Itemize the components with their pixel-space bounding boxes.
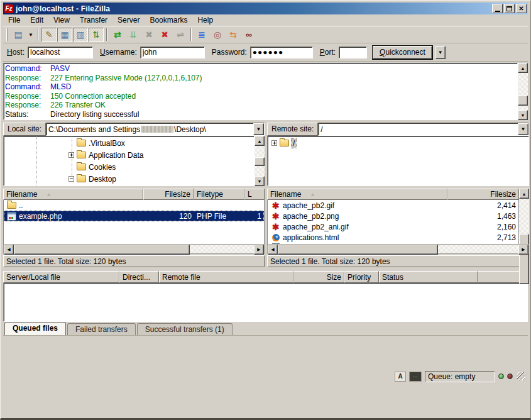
column-header-server-local-file[interactable]: Server/Local file (3, 271, 119, 283)
tree-item-desktop[interactable]: Desktop (4, 173, 254, 185)
menu-transfer[interactable]: Transfer (75, 15, 112, 25)
expand-plus-icon[interactable] (68, 152, 74, 158)
file-row[interactable]: applications.html2,713 (268, 232, 518, 243)
toggle-remote-tree-button[interactable]: ▥ (73, 28, 88, 42)
remote-file-list[interactable]: apache_pb2.gif2,414 apache_pb2.png1,463 … (267, 200, 519, 244)
toggle-message-log-button[interactable]: ✎ (41, 28, 57, 42)
scroll-up-icon[interactable]: ▲ (255, 136, 265, 146)
column-header-status[interactable]: Status (379, 271, 478, 283)
column-header-filename[interactable]: Filename▵ (267, 189, 447, 200)
password-input[interactable] (250, 47, 313, 58)
disconnect-icon: ✖ (161, 30, 168, 40)
local-site-dropdown[interactable]: ▼ (253, 123, 264, 135)
file-row[interactable]: apache_pb2.png1,463 (268, 211, 518, 221)
scrollbar-thumb[interactable] (255, 157, 265, 166)
local-list-hscrollbar[interactable]: ◀ ▶ (3, 244, 265, 254)
host-input[interactable] (28, 47, 93, 58)
file-row-parent-dir[interactable]: .. (4, 200, 264, 211)
queue-body[interactable] (3, 283, 528, 322)
filetype: PHP File (194, 211, 245, 221)
disconnect-button[interactable]: ✖ (157, 28, 172, 42)
tree-item-virtualbox[interactable]: .VirtualBox (4, 137, 254, 149)
menu-view[interactable]: View (48, 15, 75, 25)
maximize-button[interactable] (504, 4, 515, 13)
menu-bookmarks[interactable]: Bookmarks (145, 15, 192, 25)
column-header-remote-file[interactable]: Remote file (159, 271, 293, 283)
quickconnect-dropdown[interactable]: ▼ (435, 46, 446, 59)
scroll-right-icon[interactable]: ▶ (518, 245, 528, 255)
find-files-button[interactable]: ∞ (241, 28, 256, 42)
maximize-icon (506, 6, 512, 11)
minimize-button[interactable] (492, 4, 503, 13)
file-row[interactable]: apache_pb2.gif2,414 (268, 200, 518, 211)
scroll-right-icon[interactable]: ▶ (254, 245, 264, 255)
message-log[interactable]: Command:PASV Response:227 Entering Passi… (3, 63, 518, 120)
close-button[interactable]: ✕ (516, 4, 527, 13)
remote-list-scrollbar[interactable]: ▲ ▼ (519, 189, 529, 244)
tree-item-root[interactable]: / (268, 137, 528, 149)
scroll-up-icon[interactable]: ▲ (519, 189, 529, 199)
local-directory-tree[interactable]: .VirtualBox Application Data Cookies Des… (3, 136, 255, 186)
directory-comparison-button[interactable]: ◎ (210, 28, 225, 42)
directory-filters-button[interactable]: ≣ (194, 28, 209, 42)
port-input[interactable] (339, 47, 367, 58)
scrollbar-thumb[interactable] (519, 234, 529, 284)
column-header-last-modified[interactable]: L (244, 189, 265, 200)
remote-site-dropdown[interactable]: ▼ (518, 123, 528, 135)
scrollbar-thumb[interactable] (278, 245, 438, 255)
log-line: Response:226 Transfer OK (5, 101, 516, 110)
refresh-button[interactable]: ⇄ (110, 28, 125, 42)
file-row[interactable]: apache_pb2_ani.gif2,160 (268, 221, 518, 232)
menu-help[interactable]: Help (192, 15, 218, 25)
toolbar-grip[interactable] (6, 28, 8, 41)
file-row-example-php[interactable]: example.php 120 PHP File 1 (4, 211, 264, 221)
scroll-down-icon[interactable]: ▼ (518, 110, 528, 120)
username-input[interactable] (140, 47, 205, 58)
scrollbar-thumb[interactable] (14, 245, 190, 255)
column-header-filesize[interactable]: Filesize (447, 189, 519, 200)
tree-item-cookies[interactable]: Cookies (4, 161, 254, 173)
tab-queued-files[interactable]: Queued files (4, 322, 66, 335)
status-bar: A ··· Queue: empty (3, 336, 528, 418)
scroll-down-icon[interactable]: ▼ (255, 176, 265, 186)
scroll-left-icon[interactable]: ◀ (268, 245, 278, 255)
column-header-priority[interactable]: Priority (344, 271, 379, 283)
site-manager-button[interactable]: ▤ (11, 28, 26, 42)
tab-failed-transfers[interactable]: Failed transfers (67, 323, 136, 335)
local-site-combo[interactable]: C:\Documents and Settings\Desktop\ ▼ (46, 123, 265, 136)
last-modified: 1 (245, 211, 264, 221)
reconnect-button[interactable]: ⇌ (173, 28, 188, 42)
scroll-left-icon[interactable]: ◀ (4, 245, 14, 255)
collapse-minus-icon[interactable] (68, 176, 74, 182)
tab-successful-transfers[interactable]: Successful transfers (1) (137, 323, 233, 335)
menu-file[interactable]: File (3, 15, 25, 25)
local-path-prefix: C:\Documents and Settings (48, 125, 140, 134)
toggle-queue-button[interactable]: ⇅ (89, 28, 104, 42)
remote-directory-tree[interactable]: / (267, 136, 529, 186)
local-file-list[interactable]: .. example.php 120 PHP File 1 (3, 200, 265, 244)
remote-list-hscrollbar[interactable]: ◀ ▶ (267, 244, 529, 254)
quickconnect-button[interactable]: Quickconnect (373, 46, 432, 59)
menu-server[interactable]: Server (112, 15, 145, 25)
resize-grip[interactable] (517, 372, 525, 380)
column-header-direction[interactable]: Directi... (119, 271, 159, 283)
toggle-local-tree-button[interactable]: ▦ (57, 28, 72, 42)
tree-item-application-data[interactable]: Application Data (4, 149, 254, 161)
process-queue-button[interactable]: ⇊ (126, 28, 141, 42)
site-manager-dropdown[interactable]: ▼ (26, 28, 35, 42)
column-header-filesize[interactable]: Filesize (143, 189, 194, 200)
synchronized-browsing-button[interactable]: ⇆ (226, 28, 241, 42)
remote-site-combo[interactable]: / ▼ (318, 123, 529, 136)
scroll-up-icon[interactable]: ▲ (518, 63, 528, 73)
expand-plus-icon[interactable] (271, 140, 277, 146)
menu-edit[interactable]: Edit (25, 15, 48, 25)
scrollbar-thumb[interactable] (518, 96, 528, 106)
local-tree-scrollbar[interactable]: ▲ ▼ (255, 136, 265, 186)
column-header-size[interactable]: Size (293, 271, 344, 283)
log-scrollbar[interactable]: ▲ ▼ (518, 63, 528, 120)
quickconnect-bar: Host: Username: Password: Port: Quickcon… (3, 43, 528, 62)
filename: apache_pb2.gif (283, 201, 334, 210)
column-header-filetype[interactable]: Filetype (194, 189, 244, 200)
column-header-filename[interactable]: Filename▵ (3, 189, 143, 200)
cancel-button[interactable]: ✖ (141, 28, 156, 42)
